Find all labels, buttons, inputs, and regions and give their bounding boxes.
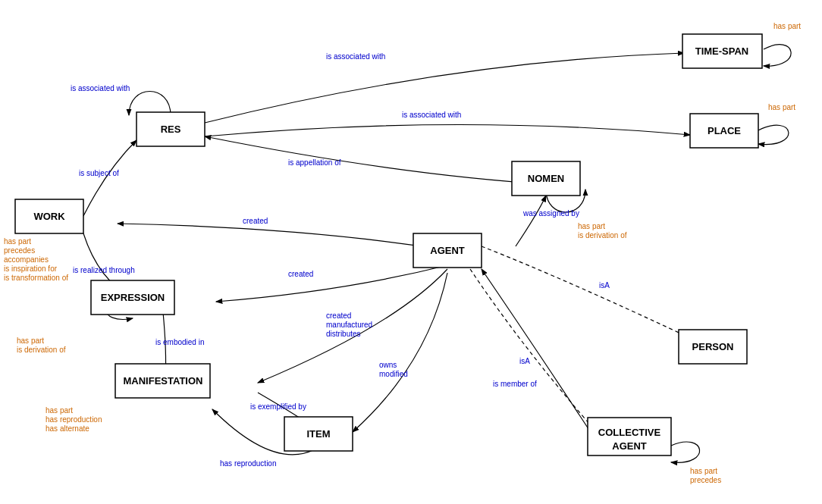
work-selfloop-label5: is transformation of [4, 274, 68, 282]
nomen-label: NOMEN [528, 173, 564, 184]
person-label: PERSON [692, 341, 734, 352]
agent-nomen-edge [516, 196, 546, 246]
work-selfloop-label2: precedes [4, 246, 35, 255]
place-label: PLACE [707, 125, 741, 136]
res-place-label: is associated with [402, 111, 461, 119]
agent-expression-edge [216, 265, 447, 302]
manifestation-selfloop-label1: has part [45, 406, 73, 415]
agent-collective-edge [470, 269, 595, 430]
collective-selfloop-label1: has part [690, 467, 717, 475]
agent-collective-label: isA [519, 357, 530, 365]
expression-selfloop-label1: has part [17, 337, 44, 345]
work-res-label: is subject of [79, 169, 119, 177]
nomen-res-edge [205, 136, 546, 184]
timespan-label: TIME-SPAN [695, 45, 749, 57]
agent-nomen-label: was assigned by [522, 209, 579, 218]
timespan-selfloop-label: has part [773, 22, 801, 30]
timespan-selfloop [764, 45, 791, 66]
agent-work-edge [118, 224, 447, 250]
nomen-selfloop-label1: has part [578, 222, 605, 230]
agent-item-label2: modified [379, 370, 408, 378]
item-label: ITEM [306, 428, 330, 440]
res-label: RES [161, 124, 181, 135]
collective-selfloop [671, 442, 700, 462]
collective-agent-label2: AGENT [612, 440, 647, 452]
work-selfloop-label4: is inspiration for [4, 265, 58, 273]
agent-item-label1: owns [379, 361, 397, 369]
res-selfloop-label: is associated with [71, 84, 130, 92]
item-manifestation-label: has reproduction [220, 459, 277, 468]
agent-expression-label: created [288, 270, 313, 278]
work-selfloop-label3: accompanies [4, 255, 49, 264]
res-place-edge [205, 124, 690, 136]
work-selfloop-label1: has part [4, 237, 31, 246]
place-selfloop [758, 125, 789, 144]
place-selfloop-label: has part [768, 103, 795, 111]
agent-manifestation-label3: distributes [326, 330, 361, 338]
manifestation-label: MANIFESTATION [124, 375, 203, 387]
nomen-selfloop-label2: is derivation of [578, 231, 627, 239]
agent-person-label: isA [599, 281, 610, 290]
expression-label: EXPRESSION [101, 292, 165, 303]
agent-item-edge [353, 273, 447, 432]
collective-agent-label1: COLLECTIVE [598, 427, 661, 438]
work-res-edge [83, 140, 136, 216]
nomen-res-label: is appellation of [288, 158, 341, 167]
agent-manifestation-label2: manufactured [326, 321, 372, 329]
diagram: is associated with has part precedes acc… [0, 0, 822, 504]
collective-selfloop-label2: precedes [690, 476, 721, 484]
collective-agent-edge [482, 269, 591, 434]
agent-label: AGENT [430, 245, 465, 256]
collective-agent-label: is member of [493, 380, 537, 388]
agent-work-label: created [243, 217, 268, 225]
expression-manifestation-label: is embodied in [155, 338, 204, 346]
manifestation-item-label: is exemplified by [250, 402, 306, 411]
work-label: WORK [33, 211, 65, 222]
expression-selfloop-label2: is derivation of [17, 346, 66, 354]
res-timespan-label: is associated with [326, 52, 385, 61]
agent-manifestation-label1: created [326, 311, 351, 320]
work-expression-label: is realized through [73, 266, 135, 274]
manifestation-selfloop-label2: has reproduction [45, 415, 102, 424]
manifestation-selfloop-label3: has alternate [45, 424, 89, 433]
